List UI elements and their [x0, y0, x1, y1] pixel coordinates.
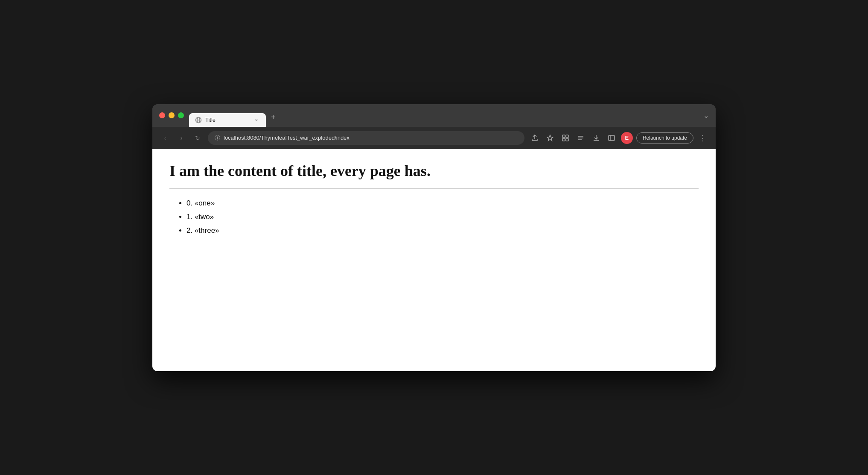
browser-window: Title × + ⌄ ‹ › ↻ ⓘ localhost:8080/Thyme…: [152, 104, 716, 371]
reload-button[interactable]: ↻: [192, 132, 204, 144]
extensions-button[interactable]: [559, 132, 571, 144]
profile-letter: E: [625, 135, 629, 141]
list-item: 2. «three»: [186, 226, 699, 235]
tabs-area: Title × +: [189, 109, 698, 127]
toolbar-icons: E Relaunch to update ⋮: [529, 132, 709, 144]
page-heading: I am the content of title, every page ha…: [169, 162, 699, 180]
back-button[interactable]: ‹: [159, 132, 171, 144]
profile-avatar[interactable]: E: [621, 132, 633, 144]
svg-rect-6: [562, 138, 565, 141]
list-item: 0. «one»: [186, 199, 699, 208]
svg-rect-4: [562, 135, 565, 138]
list-item: 1. «two»: [186, 213, 699, 221]
reading-list-button[interactable]: [575, 132, 587, 144]
svg-rect-5: [566, 135, 568, 138]
page-list: 0. «one»1. «two»2. «three»: [169, 199, 699, 235]
globe-icon: [195, 117, 202, 123]
new-tab-button[interactable]: +: [266, 109, 281, 127]
svg-rect-7: [566, 138, 568, 141]
forward-button[interactable]: ›: [175, 132, 187, 144]
tab-title: Title: [205, 117, 250, 123]
minimize-button[interactable]: [169, 112, 175, 118]
maximize-button[interactable]: [178, 112, 184, 118]
url-text: localhost:8080/ThymeleafTest_war_explode…: [224, 135, 518, 141]
secure-icon: ⓘ: [215, 134, 220, 142]
svg-rect-11: [609, 135, 615, 141]
bookmark-button[interactable]: [544, 132, 556, 144]
more-button[interactable]: ⋮: [697, 132, 709, 144]
tab-close-button[interactable]: ×: [253, 117, 260, 123]
relaunch-button[interactable]: Relaunch to update: [636, 132, 693, 144]
tabs-chevron[interactable]: ⌄: [703, 111, 709, 125]
svg-marker-3: [547, 135, 553, 141]
address-bar: ‹ › ↻ ⓘ localhost:8080/ThymeleafTest_war…: [152, 127, 716, 149]
title-bar: Title × + ⌄: [152, 104, 716, 127]
page-content: I am the content of title, every page ha…: [152, 149, 716, 371]
active-tab[interactable]: Title ×: [189, 113, 266, 127]
traffic-lights: [159, 112, 184, 123]
share-button[interactable]: [529, 132, 541, 144]
close-button[interactable]: [159, 112, 165, 118]
sidebar-button[interactable]: [606, 132, 618, 144]
page-divider: [169, 188, 699, 189]
download-button[interactable]: [590, 132, 602, 144]
url-bar[interactable]: ⓘ localhost:8080/ThymeleafTest_war_explo…: [208, 131, 524, 145]
